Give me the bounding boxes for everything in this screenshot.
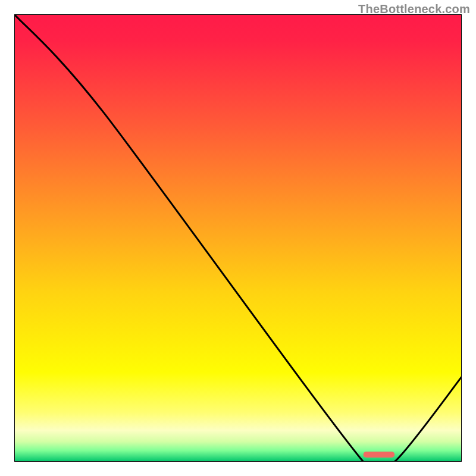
plot-area	[14, 14, 462, 462]
chart-container: TheBottleneck.com	[0, 0, 476, 476]
plot-svg	[14, 14, 462, 462]
highlight-segment	[364, 452, 395, 458]
gradient-background	[14, 14, 462, 462]
